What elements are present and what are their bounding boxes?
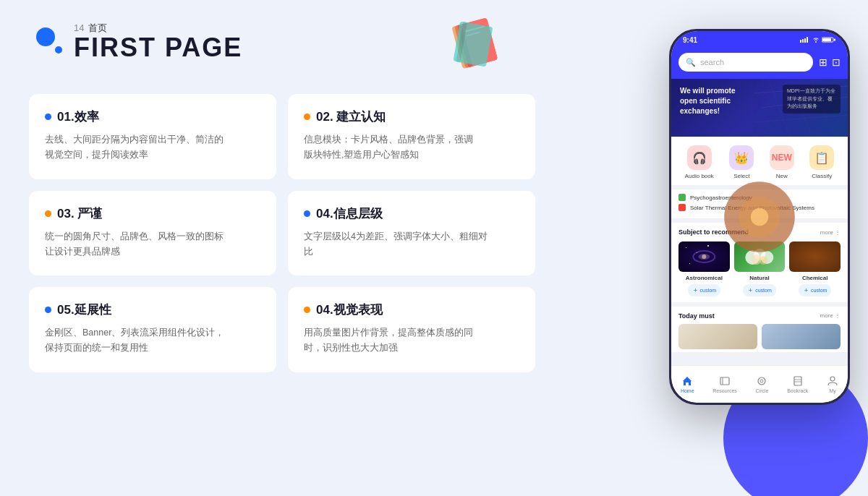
chemical-img [789,241,841,272]
subject-card-chemical[interactable]: Chemical ＋custom [789,241,841,296]
header: 14 首页 FIRST PAGE [36,22,242,61]
resources-icon [719,375,731,387]
feature-1-desc: 去线、大间距分隔为内容留出干净、简洁的视觉空间，提升阅读效率 [45,132,260,163]
feature-4-desc: 文字层级以4为差距、强调字体大小、粗细对比 [304,229,519,260]
feature-2-title: 02. 建立认知 [316,108,386,125]
bookmark-label: Bookrack [787,388,808,393]
home-label: Home [681,388,694,393]
dot-2 [304,114,310,120]
phone-shell: 9:41 [669,29,850,405]
svg-point-31 [751,208,768,226]
my-icon [827,375,838,387]
feature-2-desc: 信息模块：卡片风格、品牌色背景，强调版块特性,塑造用户心智感知 [304,132,519,163]
dot-3 [45,210,51,217]
home-icon [681,375,693,387]
dot-4 [304,210,310,217]
svg-point-34 [758,377,765,385]
features-grid: 01.效率 去线、大间距分隔为内容留出干净、简洁的视觉空间，提升阅读效率 02.… [29,94,535,372]
feature-5-title: 05.延展性 [57,302,111,318]
feature-4-title: 04.信息层级 [316,205,383,222]
phone-screen: 9:41 [671,31,848,403]
feature-3-desc: 统一的圆角尺寸、品牌色、风格一致的图标让设计更具品牌感 [45,229,260,260]
resources-label: Resources [712,388,736,393]
feature-5-desc: 金刚区、Banner、列表流采用组件化设计，保持页面的统一和复用性 [45,325,260,356]
bottom-nav-home[interactable]: Home [681,375,694,393]
svg-point-35 [760,380,763,382]
feature-3-title: 03. 严谨 [57,205,102,222]
page-title: FIRST PAGE [74,35,242,61]
feature-card-1: 01.效率 去线、大间距分隔为内容留出干净、简洁的视觉空间，提升阅读效率 [29,94,276,179]
feature-card-6: 04.视觉表现 用高质量图片作背景，提高整体质感的同时，识别性也大大加强 [288,287,535,372]
bottom-nav-circle[interactable]: Circle [756,375,769,393]
banner-text: We will promote open scientific exchange… [680,86,745,116]
feature-6-desc: 用高质量图片作背景，提高整体质感的同时，识别性也大大加强 [304,325,519,356]
phone-mockup: 9:41 [665,14,854,484]
bookmark-icon [792,375,804,387]
feature-card-3: 03. 严谨 统一的圆角尺寸、品牌色、风格一致的图标让设计更具品牌感 [29,191,276,276]
subject-cards: Astronomical ＋custom [678,241,841,296]
banner-main-text: We will promote open scientific exchange… [680,86,745,116]
bottom-nav-bookmark[interactable]: Bookrack [787,375,808,393]
feature-card-5: 05.延展性 金刚区、Banner、列表流采用组件化设计，保持页面的统一和复用性 [29,287,276,372]
subject-recommend: Subject to recommend more ⋮ [671,223,848,302]
circle-icon [756,375,767,387]
svg-rect-32 [720,377,729,385]
feature-6-title: 04.视觉表现 [316,302,383,318]
bottom-nav-my[interactable]: My [827,375,838,393]
bottom-nav-resources[interactable]: Resources [712,375,736,393]
bottom-nav: Home Resources Circle [671,365,848,403]
my-label: My [829,388,835,393]
feature-1-title: 01.效率 [57,108,99,125]
feature-card-2: 02. 建立认知 信息模块：卡片风格、品牌色背景，强调版块特性,塑造用户心智感知 [288,94,535,179]
svg-rect-36 [794,377,801,385]
deco-book-icon [441,11,506,72]
svg-point-39 [830,377,835,381]
dot-1 [45,114,51,120]
logo-icon [36,27,64,55]
circle-label: Circle [756,388,769,393]
feature-card-4: 04.信息层级 文字层级以4为差距、强调字体大小、粗细对比 [288,191,535,276]
page-number: 14 [74,22,84,33]
dot-6 [304,307,310,313]
dot-5 [45,307,51,313]
